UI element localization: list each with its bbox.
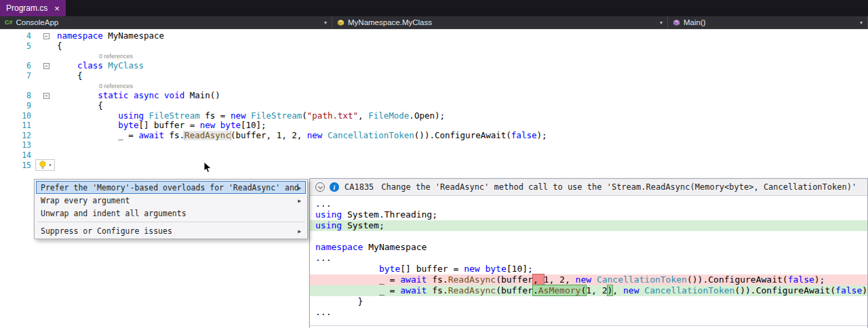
quick-actions-menu: Prefer the 'Memory'-based overloads for … xyxy=(34,179,308,239)
code-token: class xyxy=(77,61,103,70)
diagnostic-message: Change the 'ReadAsync' method call to us… xyxy=(381,182,862,192)
code-token: new xyxy=(576,274,591,285)
quick-actions-button[interactable]: ▾ xyxy=(35,159,55,171)
code-token: CancellationToken xyxy=(597,274,687,285)
collapse-chevron-icon[interactable] xyxy=(315,182,325,192)
code-line-7[interactable]: 7 { xyxy=(0,71,868,81)
code-token: _ = xyxy=(315,285,400,295)
code-token xyxy=(57,121,118,130)
code-line-11[interactable]: 11 byte[] buffer = new byte[10]; xyxy=(0,121,868,131)
codelens-references[interactable]: 0 references xyxy=(99,53,133,60)
code-token: ); xyxy=(814,274,825,285)
fold-collapse-icon[interactable]: − xyxy=(35,93,53,99)
fold-collapse-icon[interactable]: − xyxy=(35,33,53,39)
code-token: ); xyxy=(536,131,547,140)
code-token: new xyxy=(623,285,639,295)
code-token: FileStream xyxy=(149,111,199,121)
code-token: CancellationToken xyxy=(644,285,734,295)
code-token: ()).ConfigureAwait( xyxy=(414,131,511,140)
type-dropdown[interactable]: MyNamespace.MyClass ▾ xyxy=(332,16,668,28)
code-line-10[interactable]: 10 using FileStream fs = new FileStream(… xyxy=(0,111,868,121)
project-dropdown[interactable]: C# ConsoleApp ▾ xyxy=(0,16,332,28)
menu-item[interactable]: Suppress or Configure issues▶ xyxy=(36,224,306,237)
code-token: [] buffer = xyxy=(138,121,199,130)
class-icon xyxy=(337,19,344,26)
code-token: ReadAsync xyxy=(448,285,496,295)
chevron-down-icon: ▾ xyxy=(660,20,663,26)
code-line-5[interactable]: 5{ xyxy=(0,41,868,52)
submenu-arrow-icon: ▶ xyxy=(298,226,301,237)
vs-window: Program.cs × C# ConsoleApp ▾ MyNamespace… xyxy=(0,0,868,328)
preview-code-line: } xyxy=(310,296,867,307)
preview-code-line: using System.Threading; xyxy=(310,209,867,220)
code-token: fs. xyxy=(427,285,448,295)
code-token: fs. xyxy=(164,131,184,140)
preview-code-line: ... xyxy=(310,253,867,264)
code-line-13[interactable]: 13 xyxy=(0,140,868,150)
code-token: 1, 2, xyxy=(544,274,576,285)
code-token: , xyxy=(358,111,368,121)
submenu-arrow-icon: ▶ xyxy=(298,182,301,194)
line-number: 6 xyxy=(0,61,35,71)
code-editor[interactable]: 4−namespace MyNamespace5{0 references6− … xyxy=(0,29,868,328)
code-token: byte xyxy=(118,121,138,130)
line-number: 5 xyxy=(0,41,35,52)
code-line-6[interactable]: 6− class MyClass xyxy=(0,61,868,71)
lightbulb-icon xyxy=(39,161,47,170)
menu-item[interactable]: Unwrap and indent all arguments xyxy=(36,207,306,220)
line-number: 7 xyxy=(0,71,35,81)
codelens-references[interactable]: 0 references xyxy=(99,83,133,89)
line-number: 10 xyxy=(0,111,35,121)
info-icon: i xyxy=(330,182,339,192)
code-token: void xyxy=(164,91,184,100)
code-token: , xyxy=(533,274,544,285)
code-token: fs = xyxy=(200,111,231,121)
method-icon xyxy=(673,19,680,26)
member-dropdown[interactable]: Main() ▾ xyxy=(668,16,868,28)
code-token xyxy=(57,91,98,100)
preview-code-line: _ = await fs.ReadAsync(buffer, 1, 2, new… xyxy=(310,274,867,285)
code-line-14[interactable]: 14 xyxy=(0,150,868,161)
diff-changed-span: .AsMemory( xyxy=(533,285,586,295)
tab-program-cs[interactable]: Program.cs × xyxy=(0,0,66,16)
code-token: static xyxy=(98,91,128,100)
menu-item[interactable]: Prefer the 'Memory'-based overloads for … xyxy=(36,181,306,194)
code-token: CancellationToken xyxy=(328,131,414,140)
preview-code-line xyxy=(310,231,867,242)
diff-changed-span: , xyxy=(533,274,544,285)
menu-item-label: Unwrap and indent all arguments xyxy=(41,209,186,218)
line-number: 13 xyxy=(0,140,35,150)
code-token xyxy=(315,264,379,274)
code-token: ... xyxy=(315,199,331,209)
code-line-9[interactable]: 9 { xyxy=(0,101,868,111)
code-token: FileStream xyxy=(251,111,302,121)
code-token: _ = xyxy=(57,131,138,140)
code-fix-preview-popup: i CA1835 Change the 'ReadAsync' method c… xyxy=(309,178,868,328)
code-token: System.Threading; xyxy=(342,209,437,220)
code-token xyxy=(159,91,165,100)
code-token: System; xyxy=(342,220,384,230)
line-number: 8 xyxy=(0,91,35,101)
code-token: MyNamespace xyxy=(103,31,164,41)
code-token xyxy=(591,274,597,285)
navigation-bar: C# ConsoleApp ▾ MyNamespace.MyClass ▾ Ma… xyxy=(0,16,868,29)
code-token: ); xyxy=(862,285,867,295)
code-line-15[interactable]: 15 xyxy=(0,161,868,171)
code-line-4[interactable]: 4−namespace MyNamespace xyxy=(0,31,868,41)
line-number: 12 xyxy=(0,131,35,141)
codelens-row: 0 references xyxy=(0,51,868,61)
chevron-down-icon: ▾ xyxy=(860,20,863,26)
code-token: { xyxy=(57,41,62,51)
code-token: , xyxy=(612,285,623,295)
preview-header: i CA1835 Change the 'ReadAsync' method c… xyxy=(310,179,867,196)
code-line-12[interactable]: 12 _ = await fs.ReadAsync(buffer, 1, 2, … xyxy=(0,131,868,141)
menu-item[interactable]: Wrap every argument▶ xyxy=(36,194,306,207)
tab-close-icon[interactable]: × xyxy=(54,4,60,13)
document-tab-bar: Program.cs × xyxy=(0,0,868,16)
project-name: ConsoleApp xyxy=(16,18,59,26)
fold-collapse-icon[interactable]: − xyxy=(35,63,53,69)
code-line-8[interactable]: 8− static async void Main() xyxy=(0,91,868,101)
code-token: ReadAsync xyxy=(184,131,231,141)
chevron-down-icon: ▾ xyxy=(324,20,327,26)
line-number: 9 xyxy=(0,101,35,111)
